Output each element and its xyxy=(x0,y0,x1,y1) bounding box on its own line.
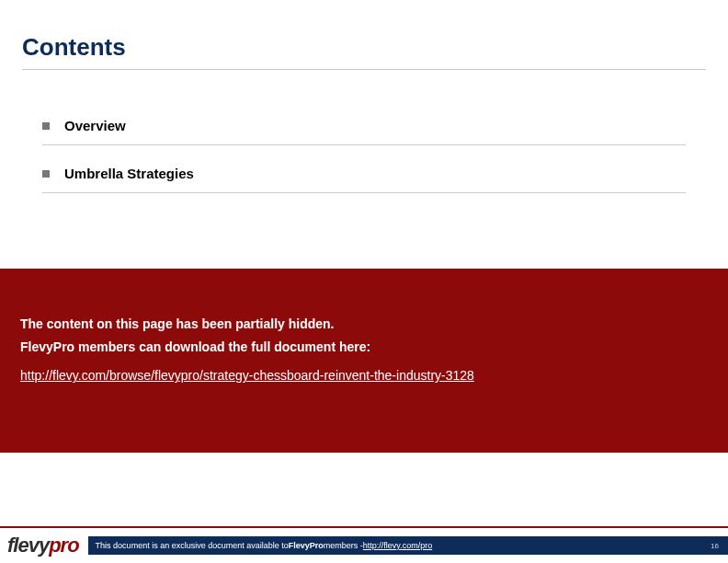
list-item-label: Overview xyxy=(64,118,126,133)
bullet-icon xyxy=(42,170,50,178)
footer-link[interactable]: http://flevy.com/pro xyxy=(363,541,432,550)
footer-text-bold: FlevyPro xyxy=(289,541,324,550)
logo-part2: pro xyxy=(49,534,78,557)
list-item: Overview xyxy=(42,98,686,145)
list-item-label: Umbrella Strategies xyxy=(64,166,194,181)
contents-list: Overview Umbrella Strategies xyxy=(0,70,728,193)
footer: flevypro This document is an exclusive d… xyxy=(0,526,728,563)
page-number: 16 xyxy=(711,542,719,550)
overlay-download-link[interactable]: http://flevy.com/browse/flevypro/strateg… xyxy=(20,364,474,387)
footer-text-before: This document is an exclusive document a… xyxy=(96,541,289,550)
title-area: Contents xyxy=(0,0,728,70)
footer-text-after: members - xyxy=(324,541,363,550)
logo: flevypro xyxy=(7,534,79,557)
overlay-line2: FlevyPro members can download the full d… xyxy=(20,336,708,359)
slide: Contents Overview Umbrella Strategies Th… xyxy=(0,0,728,563)
page-title: Contents xyxy=(22,33,706,62)
footer-bar: This document is an exclusive document a… xyxy=(88,536,728,555)
bullet-icon xyxy=(42,122,50,130)
overlay-line1: The content on this page has been partia… xyxy=(20,313,708,336)
list-item: Umbrella Strategies xyxy=(42,145,686,193)
hidden-content-overlay: The content on this page has been partia… xyxy=(0,269,728,453)
logo-part1: flevy xyxy=(7,534,49,557)
